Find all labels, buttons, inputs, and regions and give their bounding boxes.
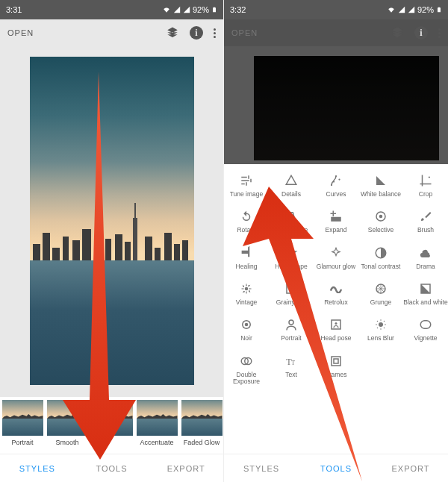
svg-text:T: T <box>291 359 295 366</box>
tool-details[interactable]: Details <box>269 169 314 201</box>
tool-label: Drama <box>416 263 435 270</box>
tools-sheet: Tune imageDetailsCurvesWhite balanceCrop… <box>224 164 448 454</box>
tool-frames[interactable]: Frames <box>314 349 358 389</box>
perspective-icon <box>269 208 314 225</box>
tool-label: Portrait <box>281 334 301 342</box>
tool-label: Double Exposure <box>233 371 260 385</box>
tool-tonal-contrast[interactable]: Tonal contrast <box>358 241 403 274</box>
tool-label: Text <box>285 371 297 378</box>
svg-point-20 <box>249 322 250 323</box>
grainy-film-icon <box>269 281 314 297</box>
tool-healing[interactable]: Healing <box>224 241 269 274</box>
tab-tools[interactable]: TOOLS <box>299 454 373 482</box>
top-toolbar: OPEN i <box>224 19 448 46</box>
tool-label: Perspective <box>275 226 308 234</box>
signal-icon <box>408 6 415 13</box>
tool-head-pose[interactable]: Head pose <box>314 313 358 345</box>
open-button[interactable]: OPEN <box>7 28 34 37</box>
tool-label: Head pose <box>320 334 351 342</box>
tool-label: Tonal contrast <box>361 263 401 270</box>
more-icon[interactable] <box>438 28 441 38</box>
head-pose-icon <box>314 316 358 333</box>
svg-point-12 <box>289 290 290 292</box>
info-icon[interactable]: i <box>414 26 428 40</box>
battery-percent: 92% <box>193 5 209 14</box>
hdr-scape-icon <box>269 245 314 261</box>
tool-expand[interactable]: Expand <box>314 204 358 237</box>
svg-point-2 <box>335 175 337 177</box>
tool-label: White balance <box>361 190 401 198</box>
tool-grunge[interactable]: Grunge <box>358 277 403 310</box>
retrolux-icon <box>314 281 358 297</box>
tool-label: Details <box>281 190 301 198</box>
tool-rotate[interactable]: Rotate <box>224 204 269 237</box>
tool-brush[interactable]: Brush <box>403 204 448 237</box>
tool-label: Black and white <box>403 298 448 306</box>
tab-export[interactable]: EXPORT <box>149 454 223 482</box>
healing-icon <box>224 245 269 261</box>
tool-curves[interactable]: Curves <box>314 169 358 201</box>
svg-point-29 <box>376 325 377 326</box>
bottom-tabs: STYLES TOOLS EXPORT <box>224 454 448 482</box>
tool-tune-image[interactable]: Tune image <box>224 169 269 201</box>
double-exposure-icon <box>224 353 269 369</box>
svg-point-26 <box>379 322 383 327</box>
tab-export[interactable]: EXPORT <box>373 454 448 482</box>
svg-point-0 <box>331 184 332 186</box>
layers-icon[interactable] <box>166 26 179 40</box>
tab-styles[interactable]: STYLES <box>224 454 299 482</box>
tool-crop[interactable]: Crop <box>403 169 448 201</box>
portrait-icon <box>269 316 314 333</box>
tool-white-balance[interactable]: White balance <box>358 169 403 201</box>
more-icon[interactable] <box>214 28 216 38</box>
frames-icon <box>314 353 358 369</box>
filter-smooth[interactable]: Smooth <box>45 400 90 454</box>
editor-canvas[interactable] <box>0 46 223 397</box>
open-button[interactable]: OPEN <box>231 28 258 37</box>
svg-point-13 <box>293 290 294 292</box>
tool-hdr-scape[interactable]: HDR scape <box>269 241 314 274</box>
svg-point-10 <box>289 287 290 288</box>
tool-label: Grainy film <box>276 298 307 306</box>
svg-point-1 <box>333 181 335 182</box>
tool-label: Vignette <box>414 334 437 342</box>
tool-label: Crop <box>419 190 432 198</box>
status-time: 3:31 <box>6 5 22 14</box>
svg-point-19 <box>243 322 245 323</box>
tool-grainy-film[interactable]: Grainy film <box>269 277 314 310</box>
signal-icon <box>183 6 190 13</box>
tool-vignette[interactable]: Vignette <box>403 313 448 345</box>
filter-portrait[interactable]: Portrait <box>0 400 45 454</box>
tool-perspective[interactable]: Perspective <box>269 204 314 237</box>
filter-unknown[interactable] <box>90 400 134 454</box>
tool-double-exposure[interactable]: Double Exposure <box>224 349 269 389</box>
tool-drama[interactable]: Drama <box>403 241 448 274</box>
layers-icon[interactable] <box>391 26 404 40</box>
text-icon: TT <box>269 353 314 369</box>
tab-styles[interactable]: STYLES <box>0 454 75 482</box>
tool-black-and-white[interactable]: Black and white <box>403 277 448 310</box>
crop-icon <box>403 172 448 189</box>
tool-selective[interactable]: Selective <box>358 204 403 237</box>
tool-lens-blur[interactable]: Lens Blur <box>358 313 403 345</box>
tool-label: Retrolux <box>324 298 348 306</box>
expand-icon <box>314 208 358 225</box>
filter-accentuate[interactable]: Accentuate <box>134 400 179 454</box>
filter-strip[interactable]: Portrait Smooth Accentuate Faded Glow M <box>0 397 223 454</box>
tool-text[interactable]: TTText <box>269 349 314 389</box>
status-icons: 92% <box>162 5 217 14</box>
tab-tools[interactable]: TOOLS <box>75 454 149 482</box>
tool-portrait[interactable]: Portrait <box>269 313 314 345</box>
status-time: 3:32 <box>230 5 246 14</box>
tool-glamour-glow[interactable]: Glamour glow <box>314 241 358 274</box>
tool-vintage[interactable]: Vintage <box>224 277 269 310</box>
svg-point-18 <box>245 323 249 327</box>
tool-label: Vintage <box>236 298 258 306</box>
info-icon[interactable]: i <box>190 26 203 40</box>
tool-noir[interactable]: Noir <box>224 313 269 345</box>
tool-retrolux[interactable]: Retrolux <box>314 277 358 310</box>
filter-faded-glow[interactable]: Faded Glow <box>179 400 223 454</box>
wifi-icon <box>387 6 396 13</box>
tool-label: Expand <box>326 226 347 234</box>
svg-rect-41 <box>334 359 338 363</box>
